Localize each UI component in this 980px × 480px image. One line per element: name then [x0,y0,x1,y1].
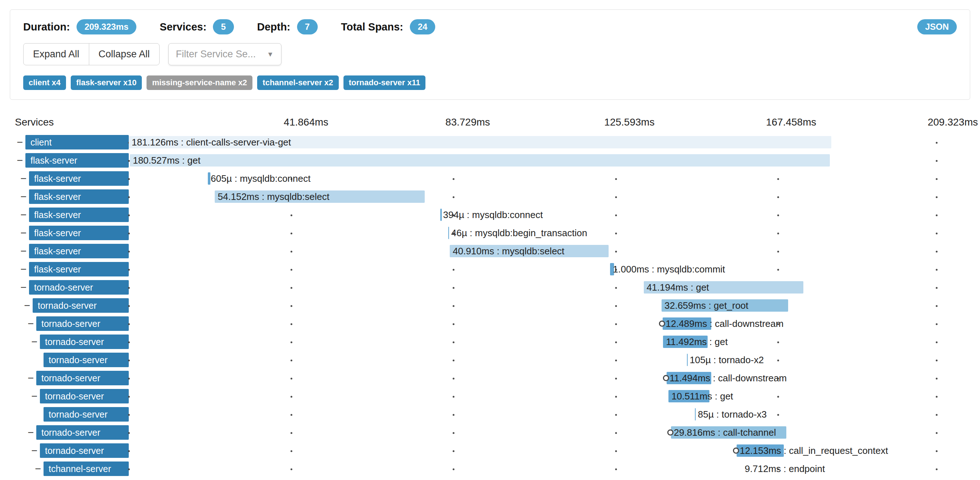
span-bar[interactable] [440,209,442,221]
service-label[interactable]: tornado-server [36,371,129,385]
collapse-toggle[interactable]: − [18,227,29,239]
stat-services: Services: 5 [159,19,234,35]
annotation-marker-icon[interactable] [659,321,665,327]
collapse-toggle[interactable]: − [29,336,40,348]
grid-dot [128,360,130,361]
service-tag[interactable]: tornado-server x11 [344,75,426,90]
collapse-toggle[interactable]: − [29,391,40,402]
collapse-toggle[interactable]: − [18,209,29,221]
span-duration-label[interactable]: 181.126ms : client-calls-server-via-get [132,137,291,148]
span-bar[interactable] [448,227,449,239]
span-duration-label[interactable]: 10.511ms : get [671,391,733,402]
service-label[interactable]: tornado-server [40,443,129,458]
collapse-toggle[interactable]: − [18,282,29,293]
service-label[interactable]: flask-server [25,153,129,167]
indent-spacer [0,432,25,433]
service-tag[interactable]: missing-service-name x2 [146,75,253,90]
annotation-marker-icon[interactable] [663,375,669,381]
span-duration-label[interactable]: 46µ : mysqldb:begin_transaction [451,228,587,239]
service-label[interactable]: flask-server [29,262,129,276]
span-duration-label[interactable]: 605µ : mysqldb:connect [211,173,310,184]
indent-spacer [0,324,25,324]
service-label[interactable]: tornado-server [40,389,129,403]
span-duration-label[interactable]: 11.494ms : call-downstream [670,373,787,384]
service-label[interactable]: flask-server [29,207,129,222]
collapse-toggle[interactable]: − [25,318,36,330]
filter-service-select[interactable]: Filter Service Se... ▼ [168,43,282,65]
service-label[interactable]: tornado-server [40,335,129,349]
service-label[interactable]: tornado-server [36,316,129,331]
grid-dot [453,414,455,416]
service-label[interactable]: flask-server [29,226,129,240]
grid-dot [936,214,937,216]
span-duration-label[interactable]: 9.712ms : endpoint [745,463,825,475]
span-duration-label[interactable]: 12.489ms : call-downstream [665,318,783,329]
collapse-toggle[interactable]: − [18,245,29,257]
grid-dot [777,414,779,416]
collapse-toggle[interactable]: − [18,191,29,203]
grid-dot [936,287,937,289]
span-duration-label[interactable]: 41.194ms : get [647,282,709,293]
span-track: 41.194ms : get [129,278,940,297]
service-label[interactable]: tornado-server [29,280,129,295]
grid-dot [453,269,455,271]
grid-dot [615,196,617,198]
span-duration-label[interactable]: 29.816ms : call-tchannel [674,427,776,438]
grid-dot [128,251,130,252]
time-tick-label: 167.458ms [766,116,816,128]
collapse-toggle[interactable]: − [29,445,40,457]
span-duration-label[interactable]: 180.527ms : get [133,155,200,166]
collapse-toggle[interactable]: − [25,427,36,439]
service-label[interactable]: tchannel-server [43,461,129,476]
span-duration-label[interactable]: 11.492ms : get [666,336,727,348]
span-duration-label[interactable]: 54.152ms : mysqldb:select [218,191,329,203]
grid-dot [777,251,779,252]
grid-dot [936,468,937,470]
service-label[interactable]: tornado-server [33,298,129,313]
service-tag[interactable]: flask-server x10 [71,75,142,90]
service-label[interactable]: tornado-server [43,407,129,422]
span-bar[interactable] [687,354,688,366]
span-duration-label[interactable]: 12.153ms : call_in_request_context [740,445,888,456]
span-duration-label[interactable]: 105µ : tornado-x2 [690,354,764,366]
collapse-toggle[interactable]: − [33,463,43,475]
service-cell: −tornado-server [0,406,129,423]
span-row: −tornado-server105µ : tornado-x2 [0,351,980,369]
span-row: −flask-server605µ : mysqldb:connect [0,169,980,188]
service-cell: −flask-server [0,170,129,187]
span-duration-label[interactable]: 394µ : mysqldb:connect [443,209,543,221]
service-tag[interactable]: tchannel-server x2 [257,75,338,90]
span-duration-label[interactable]: 40.910ms : mysqldb:select [453,246,564,257]
span-row: −tornado-server41.194ms : get [0,278,980,297]
annotation-marker-icon[interactable] [733,448,739,454]
grid-dot [291,414,292,416]
span-bar[interactable] [208,172,210,185]
span-track: 105µ : tornado-x2 [129,351,940,369]
collapse-all-button[interactable]: Collapse All [89,43,159,65]
span-duration-label[interactable]: 32.659ms : get_root [665,300,748,311]
service-label[interactable]: client [25,135,129,150]
service-label[interactable]: tornado-server [43,352,129,367]
service-tag[interactable]: client x4 [23,75,66,90]
span-duration-label[interactable]: 1.000ms : mysqldb:commit [613,264,725,275]
collapse-toggle[interactable]: − [25,372,36,384]
span-bar[interactable] [695,408,696,421]
collapse-toggle[interactable]: − [18,263,29,275]
span-row: −tornado-server11.494ms : call-downstrea… [0,369,980,387]
json-button[interactable]: JSON [917,19,957,35]
expand-all-button[interactable]: Expand All [23,43,89,65]
grid-dot [615,305,617,307]
service-label[interactable]: flask-server [29,244,129,258]
service-label[interactable]: flask-server [29,190,129,204]
collapse-toggle[interactable]: − [14,155,25,166]
span-bar[interactable] [130,154,830,166]
span-duration-label[interactable]: 85µ : tornado-x3 [698,409,767,420]
grid-dot [615,414,617,416]
collapse-toggle[interactable]: − [14,136,25,148]
collapse-toggle[interactable]: − [22,300,33,312]
service-cell: −flask-server [0,243,129,259]
annotation-marker-icon[interactable] [667,430,673,436]
service-label[interactable]: flask-server [29,171,129,186]
service-label[interactable]: tornado-server [36,425,129,440]
collapse-toggle[interactable]: − [18,173,29,185]
